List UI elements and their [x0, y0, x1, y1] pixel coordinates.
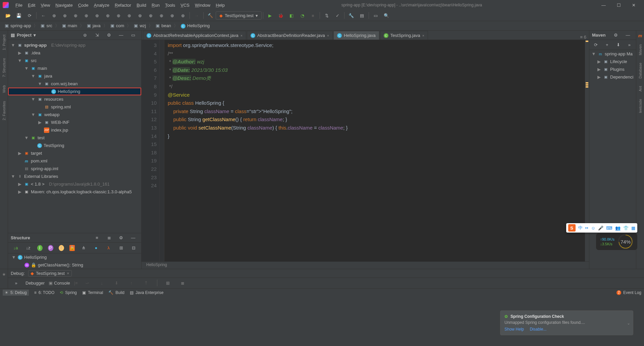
jdk-node[interactable]: ▶▣ < 1.8 > D:\programs\Java\jdk1.8.0_161 [8, 180, 141, 188]
tree-node[interactable]: ▶▣target [8, 149, 141, 157]
maven-item[interactable]: ▶▣Dependenci [589, 73, 636, 81]
debug-icon[interactable]: 🐞 [277, 11, 285, 19]
breadcrumb-item[interactable]: ▣spring-app [3, 22, 32, 29]
editor-tab[interactable]: CAbstractBeanDefinitionReader.java × [247, 31, 333, 40]
menu-code[interactable]: Code [75, 1, 91, 9]
console-tab[interactable]: ▣Console [49, 281, 70, 286]
filter-i-icon[interactable]: I [37, 245, 43, 251]
rail-leetcode[interactable]: leetcode [638, 98, 642, 114]
target5-icon[interactable]: ⊕ [93, 11, 101, 19]
locate-icon[interactable]: ⊚ [81, 31, 89, 39]
target8-icon[interactable]: ⊕ [125, 11, 133, 19]
coverage-icon[interactable]: ◧ [287, 11, 296, 19]
struct-icon5[interactable]: ⊟ [130, 244, 137, 252]
breadcrumb-item[interactable]: CHelloSpring [179, 22, 211, 29]
hammer-icon[interactable]: 🔨 [206, 11, 214, 19]
notif-help[interactable]: Show Help [504, 327, 524, 332]
run-to-cursor-icon[interactable]: ⤒ [142, 279, 150, 287]
rail-ant[interactable]: Ant [638, 85, 642, 93]
filter-p-icon[interactable]: P [48, 245, 53, 251]
run-icon[interactable]: ▶ [266, 11, 274, 19]
target3-icon[interactable]: ⊕ [71, 11, 79, 19]
tree-node[interactable]: ▼▣java [8, 72, 141, 80]
step-into-icon[interactable]: ↓ [98, 279, 106, 287]
tree-node[interactable]: ▤spring-app.iml [8, 165, 141, 172]
sb-event-log[interactable]: 2 Event Log [616, 290, 641, 295]
update-icon[interactable]: ⇅ [323, 11, 331, 19]
back-icon[interactable]: ← [39, 11, 47, 19]
target10-icon[interactable]: ⊕ [147, 11, 155, 19]
tree-node[interactable]: ▼▣resources [8, 95, 141, 103]
notif-disable[interactable]: Disable... [530, 327, 546, 332]
tree-node[interactable]: ▼▣test [8, 134, 141, 142]
menu-run[interactable]: Run [149, 1, 162, 9]
step-over-icon[interactable]: ⤻ [83, 279, 91, 287]
sb-build[interactable]: 🔨 Build [108, 290, 124, 295]
profile-icon[interactable]: ◔ [298, 11, 306, 19]
tree-node[interactable]: ▼▣com.wzj.bean [8, 80, 141, 88]
search-icon[interactable]: 🔍 [382, 11, 390, 19]
minimize-icon[interactable]: — [129, 234, 137, 242]
tree-node[interactable]: ▼▣main [8, 64, 141, 72]
minimize-icon[interactable]: — [624, 31, 632, 39]
presentation-icon[interactable]: ▭ [372, 11, 380, 19]
target4-icon[interactable]: ⊕ [82, 11, 90, 19]
step-into2-icon[interactable]: ⬇ [113, 279, 121, 287]
sb-java-ee[interactable]: ▤ Java Enterprise [130, 290, 163, 295]
struct-btn2[interactable]: ≣ [105, 234, 113, 242]
target2-icon[interactable]: ⊕ [61, 11, 69, 19]
struct-icon1[interactable]: ⋔ [80, 244, 87, 252]
menu-file[interactable]: File [13, 1, 25, 9]
editor-tab[interactable]: CHelloSpring.java [333, 31, 379, 40]
tree-node[interactable]: ▶▣.idea [8, 49, 141, 57]
chevron-down-icon[interactable]: ⌄ [627, 321, 630, 326]
filter-lock-icon[interactable]: 🔒 [69, 245, 75, 251]
tree-node[interactable]: CHelloSpring [8, 88, 141, 95]
editor[interactable]: 34567891011121314151819222324 import org… [142, 40, 589, 261]
add-icon[interactable]: + [604, 41, 610, 49]
sb-todo[interactable]: ≡ 6: TODO [34, 290, 55, 295]
project-structure-icon[interactable]: ▤ [358, 11, 366, 19]
menu-edit[interactable]: Edit [25, 1, 38, 9]
target13-icon[interactable]: ⊕ [179, 11, 187, 19]
maven-root[interactable]: ▼mspring-app Ma [589, 50, 636, 58]
commit-icon[interactable]: ✓ [333, 11, 341, 19]
save-icon[interactable]: 💾 [15, 11, 23, 19]
gear-icon[interactable]: ⚙ [612, 31, 620, 39]
open-icon[interactable]: 📂 [4, 11, 12, 19]
menu-analyze[interactable]: Analyze [91, 1, 112, 9]
breadcrumb-item[interactable]: ▣com [109, 22, 126, 29]
menu-window[interactable]: Window [192, 1, 213, 9]
struct-btn1[interactable]: ≡ [93, 234, 101, 242]
struct-class[interactable]: ▼C HelloSpring [8, 253, 141, 261]
rail-web[interactable]: Web [2, 84, 6, 94]
editor-tab[interactable]: CAbstractRefreshableApplicationContext.j… [143, 31, 246, 40]
trace-icon[interactable]: ≣ [179, 279, 187, 287]
maven-lib-node[interactable]: ▶▣ Maven: ch.qos.logback:logback-classic… [8, 188, 141, 196]
close-button[interactable]: ✕ [626, 0, 641, 10]
minimize-icon[interactable]: — [117, 31, 125, 39]
target9-icon[interactable]: ⊕ [136, 11, 144, 19]
menu-refactor[interactable]: Refactor [112, 1, 134, 9]
rail-maven[interactable]: Maven [638, 43, 642, 57]
expand-icon[interactable]: ⇲ [93, 31, 101, 39]
ime-bar[interactable]: S中••☺🎤⌨👥👕▦ [566, 223, 637, 233]
stop-icon[interactable]: ■ [309, 11, 317, 19]
breadcrumb-item[interactable]: ▣main [61, 22, 78, 29]
target6-icon[interactable]: ⊕ [104, 11, 112, 19]
sync-icon[interactable]: ⟳ [25, 11, 34, 19]
breadcrumb-item[interactable]: ▣wzj [132, 22, 147, 29]
reload-icon[interactable]: ⟳ [593, 41, 599, 49]
tree-node[interactable]: ▶▣WEB-INF [8, 118, 141, 126]
target11-icon[interactable]: ⊕ [157, 11, 165, 19]
menu-navigate[interactable]: Navigate [53, 1, 75, 9]
tabs-more[interactable]: ≡ 6 [578, 35, 589, 40]
step-out-icon[interactable]: ↑ [127, 279, 136, 287]
rail-database[interactable]: Database [638, 61, 642, 80]
project-tree[interactable]: ▼▣ spring-app E:\dev\spring-app ▶▣.idea▼… [8, 40, 141, 233]
tree-root[interactable]: ▼▣ spring-app E:\dev\spring-app [8, 41, 141, 49]
menu-help[interactable]: Help [213, 1, 227, 9]
tree-node[interactable]: ▼▣src [8, 57, 141, 64]
more-icon[interactable]: » [12, 279, 20, 287]
tree-node[interactable]: CTestSpring [8, 142, 141, 149]
